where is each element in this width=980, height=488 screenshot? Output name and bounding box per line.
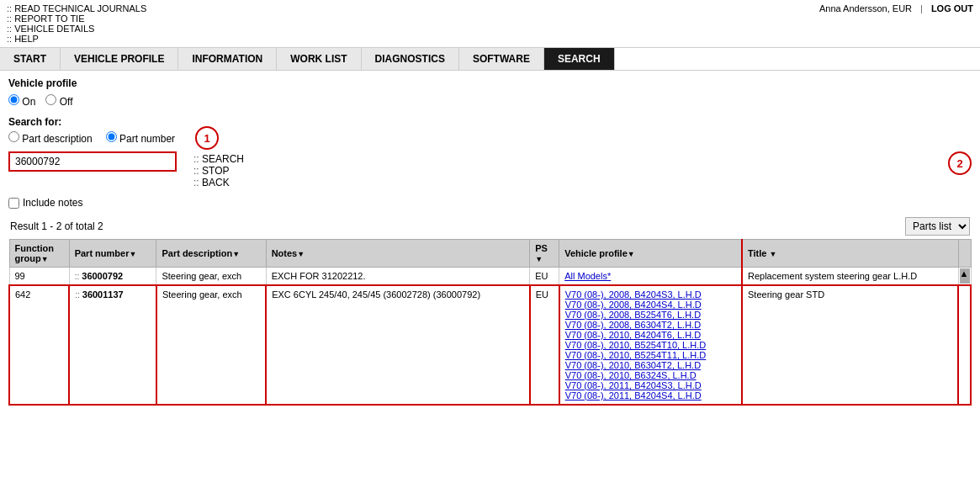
col-vehicle-profile[interactable]: Vehicle profile▼ — [559, 240, 742, 268]
nav-search[interactable]: SEARCH — [544, 48, 615, 70]
logout-button[interactable]: LOG OUT — [931, 3, 973, 13]
profile-on-label[interactable]: On — [8, 94, 35, 108]
col-part-number[interactable]: Part number▼ — [69, 240, 156, 268]
cell-scroll — [958, 285, 971, 405]
result-text: Result 1 - 2 of total 2 — [10, 220, 103, 232]
link-vehicle-details[interactable]: VEHICLE DETAILS — [7, 24, 146, 34]
vehicle-profile-link[interactable]: V70 (08-), 2010, B4204T6, L.H.D — [565, 330, 736, 340]
user-info: Anna Andersson, EUR — [819, 3, 912, 13]
cell-notes: EXC 6CYL 245/40, 245/45 (36002728) (3600… — [266, 285, 529, 405]
table-header-row: Functiongroup▼ Part number▼ Part descrip… — [9, 240, 971, 268]
part-number-radio[interactable] — [106, 131, 117, 142]
col-notes[interactable]: Notes▼ — [266, 240, 529, 268]
vehicle-profile-link[interactable]: V70 (08-), 2008, B5254T6, L.H.D — [565, 310, 736, 320]
part-number-option[interactable]: Part number — [106, 131, 175, 145]
table-row: 642:: 36001137Steering gear, exchEXC 6CY… — [9, 285, 971, 405]
cell-scroll: ▲ — [958, 268, 971, 286]
search-input-wrapper: 1 — [8, 151, 177, 172]
vehicle-profile-link[interactable]: V70 (08-), 2011, B4204S4, L.H.D — [565, 390, 736, 400]
vehicle-profile-link[interactable]: V70 (08-), 2008, B6304T2, L.H.D — [565, 320, 736, 330]
nav-start[interactable]: START — [0, 48, 61, 70]
search-for-label: Search for: — [8, 116, 972, 128]
cell-vehicle-profile: All Models* — [559, 268, 742, 286]
separator: | — [920, 3, 923, 13]
cell-function-group: 99 — [9, 268, 69, 286]
top-right-bar: Anna Andersson, EUR | LOG OUT — [819, 3, 973, 13]
cell-function-group: 642 — [9, 285, 69, 405]
search-row: 1 SEARCH STOP BACK 2 — [8, 151, 972, 188]
cell-ps: EU — [530, 268, 559, 286]
search-input[interactable] — [8, 151, 177, 172]
top-bar: READ TECHNICAL JOURNALS REPORT TO TIE VE… — [0, 0, 980, 47]
col-ps[interactable]: PS▼ — [530, 240, 559, 268]
vehicle-profile-link[interactable]: All Models* — [564, 271, 736, 281]
link-help[interactable]: HELP — [7, 34, 146, 44]
vehicle-profile-link[interactable]: V70 (08-), 2010, B5254T11, L.H.D — [565, 350, 736, 360]
back-button[interactable]: BACK — [193, 177, 244, 188]
table-row: 99:: 36000792Steering gear, exchEXCH FOR… — [9, 268, 971, 286]
include-notes-row: Include notes — [8, 197, 972, 209]
vehicle-profile-link[interactable]: V70 (08-), 2008, B4204S4, L.H.D — [565, 300, 736, 310]
nav-bar: START VEHICLE PROFILE INFORMATION WORK L… — [0, 47, 980, 71]
content-area: Vehicle profile On Off Search for: Part … — [0, 71, 980, 412]
nav-diagnostics[interactable]: DIAGNOSTICS — [362, 48, 459, 70]
vehicle-profile-link[interactable]: V70 (08-), 2011, B4204S3, L.H.D — [565, 380, 736, 390]
cell-notes: EXCH FOR 31202212. — [266, 268, 529, 286]
nav-work-list[interactable]: WORK LIST — [277, 48, 361, 70]
link-report-to-tie[interactable]: REPORT TO TIE — [7, 13, 146, 24]
link-read-technical-journals[interactable]: READ TECHNICAL JOURNALS — [7, 3, 146, 13]
col-part-description[interactable]: Part description▼ — [156, 240, 266, 268]
search-button[interactable]: SEARCH — [193, 153, 244, 165]
vehicle-profile-link[interactable]: V70 (08-), 2010, B6324S, L.H.D — [565, 370, 736, 380]
parts-list-select[interactable]: Parts list — [905, 217, 970, 236]
stop-button[interactable]: STOP — [193, 165, 244, 177]
callout-2: 2 — [948, 151, 972, 175]
result-bar: Result 1 - 2 of total 2 Parts list — [8, 217, 972, 236]
search-actions: SEARCH STOP BACK — [193, 153, 244, 188]
nav-software[interactable]: SOFTWARE — [459, 48, 544, 70]
cell-part-number: :: 36001137 — [69, 285, 156, 405]
table-container: Functiongroup▼ Part number▼ Part descrip… — [8, 239, 972, 406]
cell-vehicle-profile: V70 (08-), 2008, B4204S3, L.H.DV70 (08-)… — [559, 285, 742, 405]
profile-toggle: On Off — [8, 94, 972, 108]
cell-part-number: :: 36000792 — [69, 268, 156, 286]
profile-off-radio[interactable] — [45, 94, 56, 105]
vehicle-profile-link[interactable]: V70 (08-), 2010, B6304T2, L.H.D — [565, 360, 736, 370]
profile-on-radio[interactable] — [8, 94, 19, 105]
callout-1: 1 — [195, 126, 219, 150]
results-table: Functiongroup▼ Part number▼ Part descrip… — [8, 239, 972, 406]
part-description-radio[interactable] — [8, 131, 19, 142]
top-left-links: READ TECHNICAL JOURNALS REPORT TO TIE VE… — [7, 3, 146, 44]
vehicle-profile-link[interactable]: V70 (08-), 2008, B4204S3, L.H.D — [565, 289, 736, 300]
cell-title: Replacement system steering gear L.H.D — [742, 268, 958, 286]
cell-part-description: Steering gear, exch — [156, 285, 266, 405]
search-options: Part description Part number — [8, 131, 972, 145]
col-title[interactable]: Title ▼ — [742, 240, 958, 268]
cell-ps: EU — [530, 285, 559, 405]
cell-part-description: Steering gear, exch — [156, 268, 266, 286]
cell-title: Steering gear STD — [742, 285, 958, 405]
scroll-col — [958, 240, 971, 268]
part-description-option[interactable]: Part description — [8, 131, 93, 145]
include-notes-label[interactable]: Include notes — [23, 197, 82, 209]
include-notes-checkbox[interactable] — [8, 198, 19, 209]
section-title: Vehicle profile — [8, 77, 972, 89]
vehicle-profile-link[interactable]: V70 (08-), 2010, B5254T10, L.H.D — [565, 340, 736, 350]
scroll-up-indicator[interactable]: ▲ — [960, 268, 970, 284]
profile-off-label[interactable]: Off — [45, 94, 72, 108]
col-function-group[interactable]: Functiongroup▼ — [9, 240, 69, 268]
nav-information[interactable]: INFORMATION — [178, 48, 277, 70]
nav-vehicle-profile[interactable]: VEHICLE PROFILE — [61, 48, 178, 70]
